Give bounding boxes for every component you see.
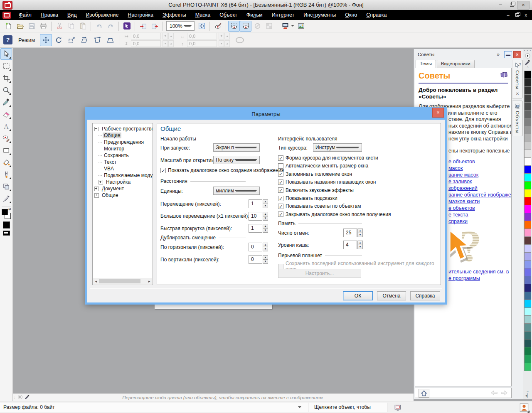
cursor-type-combo[interactable]: Инструмент (313, 143, 362, 152)
color-swatch[interactable] (524, 331, 531, 339)
menu-item-3[interactable]: Вид (63, 11, 81, 19)
color-swatch[interactable] (524, 94, 531, 103)
tree-item-label[interactable]: VBA (103, 166, 115, 172)
spin-down-icon[interactable]: ▼ (263, 259, 268, 264)
spinner-buttons[interactable]: ▲▼ (263, 224, 268, 233)
color-swatch[interactable] (524, 205, 531, 213)
paper-color-swatch[interactable] (3, 231, 10, 236)
menu-item-7[interactable]: Маска (191, 11, 215, 19)
color-swatch[interactable] (524, 102, 531, 111)
tree-item-label[interactable]: Общие (103, 133, 121, 138)
palette-drag-handle[interactable]: • • • (523, 49, 532, 52)
mode-rotate-button[interactable] (53, 34, 65, 46)
ui-option-check[interactable]: ✓Запоминать положение окон (278, 171, 352, 177)
spinner-value[interactable]: 25 (343, 229, 357, 237)
tree-item[interactable]: Общие (94, 132, 152, 139)
restore-button[interactable] (506, 1, 518, 9)
menu-item-10[interactable]: Интернет (267, 11, 299, 19)
checkbox-checked-icon[interactable]: ✓ (278, 171, 283, 177)
crop-tool[interactable] (0, 72, 12, 84)
tray-eyedropper-icon[interactable] (25, 394, 32, 401)
tips-link[interactable]: е программы (448, 275, 509, 282)
palette-expand-icon[interactable]: ◂▏ (523, 393, 532, 398)
spin-down-icon[interactable]: ▼ (263, 228, 268, 233)
zoom-tool[interactable] (0, 84, 12, 96)
docker-tab-советы[interactable]: ?Советы✕ (512, 60, 523, 98)
tips-link[interactable]: вание масок (448, 172, 511, 178)
color-swatch[interactable] (524, 181, 531, 189)
swap-colors-icon[interactable]: ⇄ (8, 207, 11, 211)
distance-spinner[interactable]: 1▲▼ (249, 224, 268, 233)
collapse-icon[interactable] (94, 127, 99, 131)
menu-item-2[interactable]: Правка (36, 11, 63, 19)
color-swatch[interactable] (524, 363, 531, 371)
forward-button[interactable] (500, 389, 509, 397)
menu-item-11[interactable]: Инструменты (299, 11, 340, 19)
red-eye-removal-tool[interactable] (0, 133, 12, 144)
color-swatch[interactable] (524, 347, 531, 355)
ok-button[interactable]: ОК (343, 291, 373, 300)
tree-item-label[interactable]: Рабочее пространство (101, 126, 153, 132)
ui-option-check[interactable]: ✓Показывать названия плавающих окон (278, 179, 376, 185)
tree-item[interactable]: Монитор (94, 145, 152, 152)
pick-tool[interactable] (0, 48, 12, 60)
object-transparency-tool[interactable] (0, 181, 12, 192)
tab-videos[interactable]: Видеоролики (437, 60, 475, 68)
open-button[interactable] (14, 21, 26, 32)
spinner-buttons[interactable]: ▲▼ (263, 212, 268, 221)
export-button[interactable] (149, 21, 160, 32)
checkbox-checked-icon[interactable]: ✓ (278, 211, 283, 217)
color-swatch[interactable] (524, 197, 531, 205)
tree-item-label[interactable]: Сохранить (103, 152, 130, 158)
color-swatch[interactable] (524, 292, 531, 300)
memory-spinner[interactable]: 4▲▼ (343, 241, 363, 249)
mode-skew-button[interactable] (79, 34, 91, 46)
toggle-mask-marquee-button[interactable] (228, 21, 240, 32)
palette-scroll-down-icon[interactable]: ⌄ (523, 389, 532, 393)
expand-icon[interactable] (94, 187, 99, 191)
menu-item-8[interactable]: Объект (215, 11, 242, 19)
foreground-color-swatch[interactable] (2, 209, 8, 215)
print-button[interactable] (37, 21, 49, 32)
checkbox-unchecked-icon[interactable] (278, 163, 283, 169)
help-icon[interactable]: ? (3, 35, 12, 44)
mode-scale-button[interactable] (66, 34, 78, 46)
tree-item-label[interactable]: Общие (101, 192, 119, 198)
mode-position-button[interactable] (40, 34, 52, 46)
menu-item-4[interactable]: Изображение (81, 11, 123, 19)
tree-item-label[interactable]: Документ (101, 186, 125, 192)
docker-options-icon[interactable]: » (497, 52, 500, 57)
doc-minimize-button[interactable]: – (507, 12, 509, 17)
spinner-value[interactable]: 4 (343, 241, 357, 249)
tree-item-label[interactable]: Текст (103, 159, 118, 165)
color-swatch[interactable] (524, 323, 531, 332)
rectangle-tool[interactable] (0, 145, 12, 156)
tray-handle[interactable]: ⁞ (14, 396, 16, 400)
checkbox-checked-icon[interactable]: ✓ (160, 168, 166, 173)
ui-option-check[interactable]: ✓Включить звуковые эффекты (278, 187, 354, 193)
help-button[interactable]: Справка (410, 291, 440, 300)
ui-option-check[interactable]: ✓Закрывать диалоговое окно после получен… (278, 211, 391, 217)
color-swatch[interactable] (524, 276, 531, 284)
docker-close-button[interactable]: × (513, 51, 521, 58)
spinner-value[interactable]: 0 (249, 255, 262, 264)
scrollbar-thumb[interactable] (99, 279, 140, 283)
spin-down-icon[interactable]: ▼ (263, 247, 268, 251)
text-tool[interactable]: A (0, 120, 12, 132)
tray-flyout-icon[interactable] (17, 394, 25, 401)
memory-spinner[interactable]: 25▲▼ (343, 229, 363, 237)
eraser-tool[interactable] (0, 108, 12, 120)
fill-tool[interactable] (0, 157, 12, 168)
spin-down-icon[interactable]: ▼ (263, 216, 268, 221)
tree-item[interactable]: Предупреждения (94, 139, 152, 145)
mode-distort-button[interactable] (91, 34, 103, 46)
display-settings-icon[interactable] (394, 404, 401, 411)
color-swatch[interactable] (524, 157, 531, 166)
spinner-value[interactable]: 1 (249, 224, 262, 233)
zoom-level-combo[interactable]: 100% (166, 21, 195, 31)
mode-perspective-button[interactable] (104, 34, 116, 46)
tips-link[interactable]: вание областей изображения (448, 192, 511, 198)
menu-item-5[interactable]: Настройка (123, 11, 158, 19)
color-swatch[interactable] (524, 118, 531, 126)
color-swatch[interactable] (524, 307, 531, 316)
